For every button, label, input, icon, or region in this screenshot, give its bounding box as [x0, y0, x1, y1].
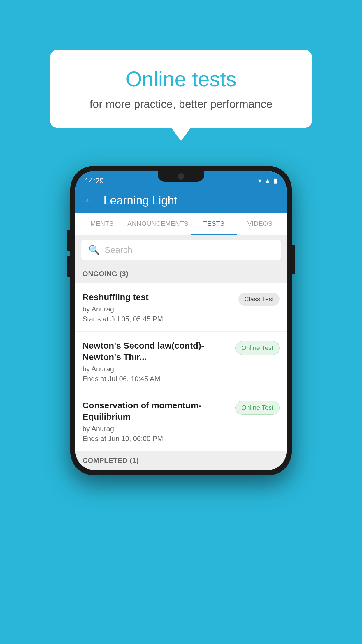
test-list: Reshuffling test by Anurag Starts at Jul…: [75, 283, 287, 451]
test-time: Ends at Jun 10, 06:00 PM: [82, 435, 231, 443]
front-camera: [178, 173, 184, 180]
test-badge-class: Class Test: [238, 293, 280, 306]
test-name: Reshuffling test: [82, 291, 234, 303]
tab-tests[interactable]: TESTS: [191, 213, 237, 235]
test-author: by Anurag: [82, 365, 231, 373]
status-icons: ▾ ▲ ▮: [258, 177, 277, 185]
tab-videos[interactable]: VIDEOS: [237, 213, 283, 235]
promo-card: Online tests for more practice, better p…: [50, 50, 312, 128]
test-info: Conservation of momentum-Equilibrium by …: [82, 400, 231, 443]
back-button[interactable]: ←: [84, 194, 95, 207]
tab-bar: MENTS ANNOUNCEMENTS TESTS VIDEOS: [75, 213, 287, 235]
test-author: by Anurag: [82, 305, 234, 313]
test-badge-online: Online Test: [235, 401, 280, 415]
phone-notch: [158, 171, 204, 182]
phone-screen: 14:29 ▾ ▲ ▮ ← Learning Light MENTS: [75, 171, 287, 470]
volume-up-button: [67, 230, 70, 251]
test-item[interactable]: Reshuffling test by Anurag Starts at Jul…: [75, 283, 287, 332]
ongoing-section-header: ONGOING (3): [75, 265, 287, 283]
test-name: Newton's Second law(contd)-Newton's Thir…: [82, 340, 231, 363]
phone-frame: 14:29 ▾ ▲ ▮ ← Learning Light MENTS: [70, 166, 292, 475]
search-container: 🔍 Search: [75, 235, 287, 265]
search-icon: 🔍: [88, 244, 100, 256]
search-bar[interactable]: 🔍 Search: [81, 240, 281, 260]
promo-title: Online tests: [73, 67, 289, 91]
test-item[interactable]: Newton's Second law(contd)-Newton's Thir…: [75, 332, 287, 391]
test-time: Starts at Jul 05, 05:45 PM: [82, 315, 234, 323]
test-info: Newton's Second law(contd)-Newton's Thir…: [82, 340, 231, 383]
test-author: by Anurag: [82, 425, 231, 433]
test-item[interactable]: Conservation of momentum-Equilibrium by …: [75, 391, 287, 451]
app-bar: ← Learning Light: [75, 188, 287, 213]
promo-subtitle: for more practice, better performance: [73, 98, 289, 111]
app-bar-title: Learning Light: [103, 194, 178, 207]
signal-icon: ▲: [264, 177, 271, 185]
completed-section-header: COMPLETED (1): [75, 451, 287, 470]
battery-icon: ▮: [274, 177, 277, 185]
test-time: Ends at Jul 06, 10:45 AM: [82, 375, 231, 383]
search-input[interactable]: Search: [105, 245, 132, 255]
test-name: Conservation of momentum-Equilibrium: [82, 400, 231, 422]
wifi-icon: ▾: [258, 177, 261, 185]
tab-announcements[interactable]: ANNOUNCEMENTS: [125, 213, 191, 235]
test-info: Reshuffling test by Anurag Starts at Jul…: [82, 291, 234, 323]
status-time: 14:29: [85, 176, 104, 186]
tab-ments[interactable]: MENTS: [79, 213, 125, 235]
volume-down-button: [67, 256, 70, 277]
test-badge-online: Online Test: [235, 341, 280, 355]
phone-mockup: 14:29 ▾ ▲ ▮ ← Learning Light MENTS: [70, 166, 292, 475]
power-button: [292, 245, 295, 274]
